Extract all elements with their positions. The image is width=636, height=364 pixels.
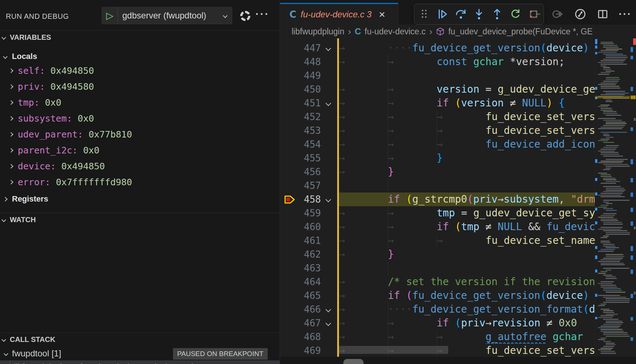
code-text[interactable]: →→if (tmp ≠ NULL && fu_device_get_name( xyxy=(339,220,595,234)
minimap-line xyxy=(598,305,605,306)
callstack-frame-row[interactable]: libfwupdplugin.so!fu_udev_device_probe(F… xyxy=(0,360,280,364)
variable-row[interactable]: parent_i2c: 0x0 xyxy=(0,142,280,158)
minimap[interactable] xyxy=(595,38,630,357)
start-debug-icon[interactable]: ▷ xyxy=(102,7,118,24)
line-number[interactable]: 450 xyxy=(280,82,321,96)
settings-gear-button[interactable] xyxy=(240,11,250,21)
code-text[interactable]: →→if (version ≠ NULL) { xyxy=(339,96,595,110)
line-number[interactable]: 457 xyxy=(280,179,321,192)
split-editor-icon[interactable] xyxy=(595,7,610,21)
code-text[interactable]: →→version = g_udev_device_get_sysfs_attr… xyxy=(339,82,595,96)
ruler-modified-mark xyxy=(631,270,633,274)
history-graph-icon[interactable] xyxy=(573,7,588,21)
line-number[interactable]: 456 xyxy=(280,165,321,179)
code-text[interactable] xyxy=(339,69,595,82)
step-into-icon[interactable] xyxy=(471,6,487,22)
minimap-line xyxy=(598,84,616,85)
line-number[interactable]: 460 xyxy=(280,220,321,234)
code-text[interactable]: →} xyxy=(339,247,595,261)
overview-ruler[interactable] xyxy=(630,38,636,357)
restart-icon[interactable] xyxy=(508,6,523,22)
breadcrumb-symbol[interactable]: fu_udev_device_probe(FuDevice *, GE xyxy=(448,27,593,37)
line-number[interactable]: 455 xyxy=(280,151,321,165)
code-text[interactable] xyxy=(339,179,595,192)
watch-section-header[interactable]: WATCH xyxy=(0,213,280,227)
code-text[interactable]: →→→fu_device_set_name( xyxy=(339,234,595,247)
variable-row[interactable]: udev_parent: 0x77b810 xyxy=(0,126,280,142)
scrollbar-pill[interactable] xyxy=(343,359,364,364)
line-number[interactable]: 448 xyxy=(280,55,321,69)
horizontal-scrollbar[interactable] xyxy=(339,346,448,354)
variable-row[interactable]: device: 0x494850 xyxy=(0,158,280,174)
debug-config-dropdown[interactable]: ▷ gdbserver (fwupdtool) xyxy=(102,7,232,24)
line-number[interactable]: 459 xyxy=(280,206,321,220)
line-number[interactable]: 466 xyxy=(280,302,321,316)
tab-fu-udev-device[interactable]: C fu-udev-device.c 3 × xyxy=(280,3,398,25)
breadcrumb-file[interactable]: fu-udev-device.c xyxy=(365,27,426,37)
more-actions-icon[interactable]: ··· xyxy=(255,8,270,20)
circle-dash-icon[interactable] xyxy=(528,7,543,21)
minimap-line xyxy=(601,149,616,150)
code-text[interactable]: →if (fu_device_get_version(device) xyxy=(339,289,595,302)
more-actions-icon[interactable]: ··· xyxy=(618,7,632,21)
callstack-thread-row[interactable]: fwupdtool [1] PAUSED ON BREAKPOINT xyxy=(0,347,280,360)
continue-icon[interactable] xyxy=(435,6,451,22)
line-number[interactable]: 447 xyxy=(280,41,321,55)
code-text[interactable]: →→const gchar *version; xyxy=(339,55,595,69)
code-text[interactable]: →if (g_strcmp0(priv→subsystem, "drm" xyxy=(339,192,595,206)
code-text[interactable]: →} xyxy=(339,165,595,179)
code-text[interactable]: →→→g_autofree gchar xyxy=(339,330,595,344)
variable-row[interactable]: tmp: 0x0 xyxy=(0,94,280,110)
variable-row[interactable]: priv: 0x494580 xyxy=(0,79,280,94)
code-text[interactable]: →→→fu_device_set_version( xyxy=(339,124,595,137)
fold-chevron-icon[interactable] xyxy=(326,101,331,106)
breadcrumb-folder[interactable]: libfwupdplugin xyxy=(292,27,344,37)
step-out-icon[interactable] xyxy=(489,6,505,22)
line-number[interactable]: 469 xyxy=(280,344,321,357)
line-number[interactable]: 461 xyxy=(280,234,321,247)
callstack-section-header[interactable]: CALL STACK xyxy=(0,333,280,346)
line-number[interactable]: 453 xyxy=(280,124,321,137)
code-text[interactable]: →····fu_device_get_version_format(device xyxy=(339,302,595,316)
fold-chevron-icon[interactable] xyxy=(326,321,331,326)
minimap-line xyxy=(601,304,606,305)
close-icon[interactable]: × xyxy=(379,9,385,20)
line-number[interactable]: 451 xyxy=(280,96,321,110)
line-number[interactable]: 464 xyxy=(280,275,321,289)
code-text[interactable]: →→} xyxy=(339,151,595,165)
line-number[interactable]: 454 xyxy=(280,137,321,151)
circle-arrow-icon[interactable] xyxy=(551,7,565,21)
minimap-line xyxy=(603,120,622,121)
whitespace-tab-icon: → xyxy=(388,234,437,247)
code-text[interactable] xyxy=(339,261,595,275)
line-number[interactable]: 468 xyxy=(280,330,321,344)
code-editor[interactable]: 447→····fu_device_get_version(device)448… xyxy=(280,38,636,357)
fold-chevron-icon[interactable] xyxy=(326,307,331,313)
line-number[interactable]: 467 xyxy=(280,316,321,330)
drag-handle-icon[interactable] xyxy=(416,6,432,22)
debug-config-label[interactable]: gdbserver (fwupdtool) xyxy=(118,10,224,21)
line-number[interactable]: 465 xyxy=(280,289,321,302)
variable-row[interactable]: error: 0x7fffffffd980 xyxy=(0,174,280,190)
code-text[interactable]: →→→fu_device_set_version_format( xyxy=(339,110,595,124)
registers-tree-item[interactable]: Registers xyxy=(0,191,280,207)
whitespace-dots-icon: ···· xyxy=(388,42,412,54)
fold-chevron-icon[interactable] xyxy=(326,197,331,203)
code-text[interactable]: →→if (priv→revision ≠ 0x0 xyxy=(339,316,595,330)
line-number[interactable]: 449 xyxy=(280,69,321,82)
line-number[interactable]: 452 xyxy=(280,110,321,124)
debug-panel-header: RUN AND DEBUG ▷ gdbserver (fwupdtool) ··… xyxy=(0,3,280,30)
line-number[interactable]: 458 xyxy=(280,192,321,206)
variable-row[interactable]: subsystem: 0x0 xyxy=(0,110,280,126)
variable-row[interactable]: self: 0x494850 xyxy=(0,63,280,79)
line-number[interactable]: 463 xyxy=(280,261,321,275)
fold-chevron-icon[interactable] xyxy=(326,46,331,51)
code-text[interactable]: →→tmp = g_udev_device_get_sysfs_attr( xyxy=(339,206,595,220)
step-over-icon[interactable] xyxy=(453,6,469,22)
line-number[interactable]: 462 xyxy=(280,247,321,261)
locals-tree-item[interactable]: Locals xyxy=(0,48,280,64)
code-text[interactable]: →····fu_device_get_version(device) xyxy=(339,41,595,55)
code-text[interactable]: →→→fu_device_add_icon( xyxy=(339,137,595,151)
variables-section-header[interactable]: VARIABLES xyxy=(0,30,280,44)
code-text[interactable]: →/* set the version if the revision has … xyxy=(339,275,595,289)
